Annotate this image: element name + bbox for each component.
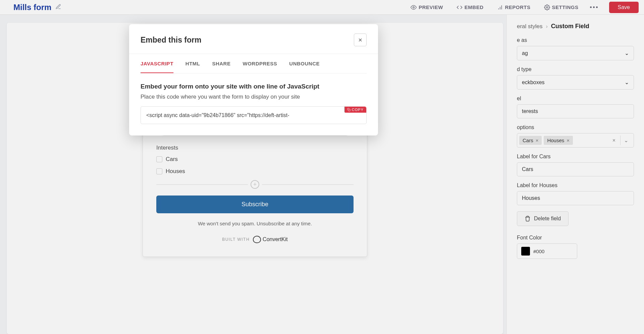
copy-button[interactable]: COPY [344,107,366,113]
checkbox-row[interactable]: Cars [156,156,354,163]
svg-point-4 [546,6,548,8]
eye-icon [411,4,417,10]
preview-nav[interactable]: PREVIEW [411,4,443,10]
delete-field-button[interactable]: Delete field [517,211,569,226]
edit-icon[interactable] [55,4,61,11]
chevron-down-icon: ⌄ [625,50,629,56]
chevron-down-icon[interactable]: ⌄ [620,135,632,145]
svg-point-0 [413,6,415,8]
spam-note: We won't send you spam. Unsubscribe at a… [156,221,354,226]
label-houses-input[interactable] [517,191,634,205]
color-swatch [521,247,530,256]
interests-label: Interests [156,145,354,151]
checkbox-row[interactable]: Houses [156,168,354,175]
embed-heading: Embed your form onto your site with one … [141,83,367,90]
svg-rect-5 [348,109,350,111]
chevron-down-icon: ⌄ [625,79,629,86]
font-color-picker[interactable]: #000 [517,243,577,259]
built-with-row[interactable]: BUILT WITH ConvertKit [156,236,354,243]
code-box[interactable]: COPY <script async data-uid="9b24b71866"… [141,106,367,124]
label-input[interactable] [517,104,634,118]
modal-title: Embed this form [141,36,201,45]
chevron-right-icon: › [546,23,548,30]
bar-chart-icon [497,4,503,10]
remove-tag-icon[interactable]: × [536,137,539,143]
add-field-icon[interactable]: + [251,180,259,189]
tag-chip: Cars× [519,136,542,145]
remove-tag-icon[interactable]: × [567,137,570,143]
save-button[interactable]: Save [609,2,639,13]
checkbox-icon[interactable] [156,168,162,174]
form-title: Mills form [13,3,51,12]
field-type-select[interactable]: eckboxes⌄ [517,75,634,90]
embed-paragraph: Place this code where you want the form … [141,94,367,100]
reports-nav[interactable]: REPORTS [497,4,531,10]
close-icon[interactable]: × [354,34,367,46]
tab-unbounce[interactable]: UNBOUNCE [289,54,320,73]
more-icon[interactable] [590,6,598,8]
clear-all-icon[interactable]: × [610,137,618,144]
topbar: Mills form PREVIEW EMBED REPORTS SETTING… [0,0,644,15]
copy-icon [347,108,351,111]
gear-icon [544,4,550,10]
subscribe-button[interactable]: Subscribe [156,196,354,213]
tab-share[interactable]: SHARE [212,54,230,73]
embed-nav[interactable]: EMBED [457,4,484,10]
embed-modal: Embed this form × JAVASCRIPT HTML SHARE … [129,24,378,135]
tag-chip: Houses× [544,136,573,145]
breadcrumb: eral styles › Custom Field [517,23,634,30]
checkbox-icon[interactable] [156,156,162,162]
settings-sidebar: eral styles › Custom Field e as ag⌄ d ty… [506,15,644,334]
tag-options-input[interactable]: Cars× Houses× × ⌄ [517,133,634,148]
label-cars-input[interactable] [517,162,634,176]
settings-nav[interactable]: SETTINGS [544,4,579,10]
tab-wordpress[interactable]: WORDPRESS [243,54,277,73]
save-as-select[interactable]: ag⌄ [517,46,634,60]
trash-icon [525,216,531,222]
tab-javascript[interactable]: JAVASCRIPT [141,54,173,73]
tab-html[interactable]: HTML [185,54,200,73]
convertkit-icon [253,236,261,243]
code-icon [457,4,463,10]
